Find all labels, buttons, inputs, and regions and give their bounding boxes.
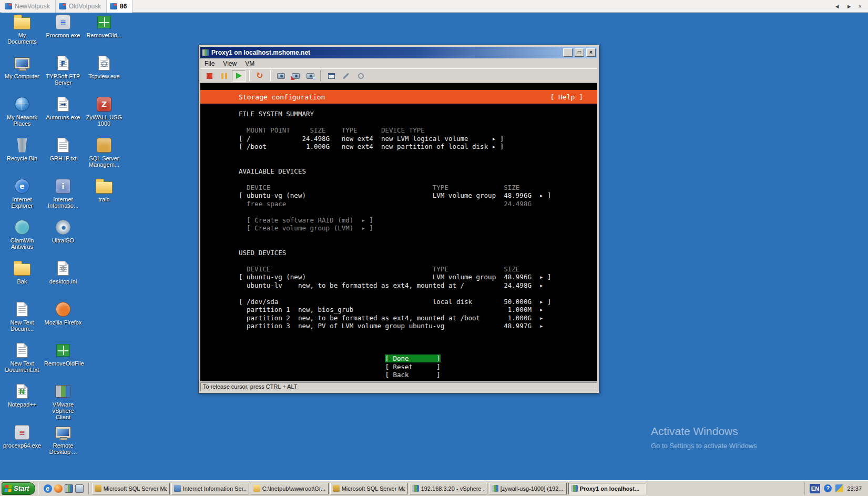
menu-vm[interactable]: VM xyxy=(241,59,259,68)
power-off-button[interactable] xyxy=(202,70,216,82)
available-row-free-space: free space 24.498G xyxy=(239,200,597,208)
desktop-icon-internet-informatio[interactable]: iInternet Informatio... xyxy=(44,178,82,209)
desktop-icon-mozilla-firefox[interactable]: Mozilla Firefox xyxy=(44,301,82,326)
start-button[interactable]: Start xyxy=(2,482,35,495)
desktop-icon-ultraiso[interactable]: UltraISO xyxy=(44,219,82,244)
taskbar-separator xyxy=(38,483,39,494)
menu-view[interactable]: View xyxy=(219,59,241,68)
clock: 23:37 xyxy=(847,485,862,492)
monitor-icon xyxy=(14,57,30,69)
close-button[interactable]: × xyxy=(586,48,596,57)
desktop-icon-tcpview-exe[interactable]: ○Tcpview.exe xyxy=(85,55,123,79)
desktop-icon-my-network-places[interactable]: My Network Places xyxy=(3,96,41,127)
desktop-icon-procmon-exe[interactable]: ≡Procmon.exe xyxy=(44,14,82,38)
desktop-icon-my-computer[interactable]: My Computer xyxy=(3,55,41,79)
desktop-icon-grh-ip-txt[interactable]: GRH IP.txt xyxy=(44,137,82,161)
quicklaunch-vsphere-client-icon[interactable] xyxy=(65,484,73,493)
desktop-icon-removeold[interactable]: RemoveOld... xyxy=(85,14,123,38)
desktop-icon-desktop-ini[interactable]: ⚙desktop.ini xyxy=(44,260,82,285)
desktop-icon-procexp64-exe[interactable]: ≡procexp64.exe xyxy=(3,424,41,449)
edit-settings-button[interactable] xyxy=(339,70,353,82)
desktop-icon-autoruns-exe[interactable]: →Autoruns.exe xyxy=(44,96,82,120)
desktop-icon-vmware-vsphere-client[interactable]: VMware vSphere Client xyxy=(44,383,82,420)
take-snapshot-button[interactable] xyxy=(274,70,288,82)
taskbar-button-zywall-usg-1000-192[interactable]: [zywall-usg-1000] (192.... xyxy=(489,483,567,494)
window-icon xyxy=(97,16,111,28)
terminal-line xyxy=(239,232,597,241)
help-tray-icon[interactable]: ? xyxy=(824,484,832,492)
quicklaunch-show-desktop-icon[interactable] xyxy=(75,484,84,493)
window-titlebar[interactable]: Proxy1 on localhost.mshome.net _ □ × xyxy=(200,47,597,58)
suspend-button[interactable] xyxy=(217,70,231,82)
taskbar-button-microsoft-sql-server-ma[interactable]: Microsoft SQL Server Ma... xyxy=(330,483,408,494)
power-on-button[interactable] xyxy=(232,70,246,82)
snap-icon xyxy=(277,73,285,79)
installer-header: Storage configuration [ Help ] xyxy=(200,90,597,104)
back-button[interactable]: [ Back ] xyxy=(239,371,597,379)
fs-row-boot[interactable]: [ /boot 1.000G new ext4 new partition of… xyxy=(239,143,597,151)
install-tools-button[interactable] xyxy=(354,70,367,82)
toolbar-separator xyxy=(249,70,250,81)
desktop-icon-notepad[interactable]: NNotepad++ xyxy=(3,383,41,408)
security-tray-icon[interactable] xyxy=(835,484,843,492)
back-arrow-icon[interactable]: ◄ xyxy=(834,3,840,9)
done-button[interactable]: [ Done ] xyxy=(239,355,597,363)
desktop-icon-removeoldfile[interactable]: RemoveOldFile xyxy=(44,342,82,367)
desktop-icon-sql-server-managem[interactable]: SQL Server Managem... xyxy=(85,137,123,168)
taskbar-button-internet-information-ser[interactable]: Internet Information Ser... xyxy=(171,483,249,494)
desktop-icon-zywall-usg-1000[interactable]: ZZyWALL USG 1000 xyxy=(85,96,123,127)
desktop-icon-internet-explorer[interactable]: eInternet Explorer xyxy=(3,178,41,209)
folder-icon xyxy=(96,181,113,194)
desktop-icon-typsoft-ftp-server[interactable]: FTYPSoft FTP Server xyxy=(44,55,82,86)
desktop-icon-my-documents[interactable]: My Documents xyxy=(3,14,41,45)
desktop-icon-new-text-document-txt[interactable]: New Text Document.txt xyxy=(3,342,41,373)
session-tab-newvotpusk[interactable]: NewVotpusk xyxy=(2,0,56,13)
desktop-icon-train[interactable]: train xyxy=(85,178,123,203)
used-row-ubuntu-vg[interactable]: [ ubuntu-vg (new) LVM volume group 48.99… xyxy=(239,273,597,281)
used-row-ubuntu-lv[interactable]: ubuntu-lv new, to be formatted as ext4, … xyxy=(239,281,597,290)
revert-snapshot-button[interactable] xyxy=(289,70,302,82)
help-button[interactable]: [ Help ] xyxy=(550,93,583,101)
forward-arrow-icon[interactable]: ► xyxy=(846,3,852,9)
reset-button[interactable]: ↻ xyxy=(253,70,267,82)
menu-file[interactable]: File xyxy=(200,59,219,68)
activate-windows-subtext: Go to Settings to activate Windows xyxy=(651,442,757,450)
maximize-button[interactable]: □ xyxy=(575,48,584,57)
create-software-raid-option[interactable]: [ Create software RAID (md) ▸ ] xyxy=(239,216,597,225)
session-tab-label: OldVotpusk xyxy=(69,3,101,10)
circle-icon: e xyxy=(15,179,29,194)
session-tab-oldvotpusk[interactable]: OldVotpusk xyxy=(56,0,107,13)
remote-session-icon xyxy=(110,3,117,9)
snapshot-manager-button[interactable] xyxy=(303,70,317,82)
desktop-icon-new-text-docum[interactable]: New Text Docum... xyxy=(3,301,41,332)
monitor-icon xyxy=(55,427,71,438)
taskbar-button-c-inetpub-wwwroot-gr[interactable]: C:\Inetpub\wwwroot\Gr... xyxy=(251,483,329,494)
partition-2-row[interactable]: partition 2 new, to be formatted as ext4… xyxy=(239,314,597,322)
taskbar-button-proxy1-on-localhost[interactable]: Proxy1 on localhost... xyxy=(568,483,646,494)
fs-row-root[interactable]: [ / 24.498G new ext4 new LVM logical vol… xyxy=(239,135,597,143)
quicklaunch-firefox-icon[interactable] xyxy=(54,484,63,493)
open-console-button[interactable] xyxy=(324,70,338,82)
reset-button[interactable]: [ Reset ] xyxy=(239,363,597,371)
close-icon[interactable]: × xyxy=(859,3,862,9)
desktop-icon-recycle-bin[interactable]: Recycle Bin xyxy=(3,137,41,161)
quicklaunch-internet-explorer-icon[interactable]: e xyxy=(44,484,52,493)
available-row-ubuntu-vg[interactable]: [ ubuntu-vg (new) LVM volume group 48.99… xyxy=(239,191,597,200)
task-icon xyxy=(174,485,181,492)
terminal-line xyxy=(239,240,597,249)
partition-3-row[interactable]: partition 3 new, PV of LVM volume group … xyxy=(239,322,597,330)
snapm-icon xyxy=(307,73,314,79)
desktop-icon-clamwin-antivirus[interactable]: ClamWin Antivirus xyxy=(3,219,41,250)
desktop-icon-remote-desktop[interactable]: Remote Desktop ... xyxy=(44,424,82,455)
vm-console-screen[interactable]: Storage configuration [ Help ] FILE SYST… xyxy=(200,83,597,381)
create-volume-group-option[interactable]: [ Create volume group (LVM) ▸ ] xyxy=(239,224,597,232)
session-tab-86[interactable]: 86 xyxy=(107,0,132,13)
taskbar-button-microsoft-sql-server-ma[interactable]: Microsoft SQL Server Ma... xyxy=(92,483,170,494)
used-row-dev-sda[interactable]: [ /dev/sda local disk 50.000G ▸ ] xyxy=(239,298,597,306)
desktop-icon-bak[interactable]: Bak xyxy=(3,260,41,285)
minimize-button[interactable]: _ xyxy=(563,48,573,57)
desktop-icon-label: My Network Places xyxy=(3,114,41,127)
language-indicator[interactable]: EN xyxy=(810,484,820,493)
partition-1-row[interactable]: partition 1 new, bios_grub 1.000M ▸ xyxy=(239,306,597,314)
taskbar-button-192-168-3-20-vsphere[interactable]: 192.168.3.20 - vSphere ... xyxy=(410,483,487,494)
